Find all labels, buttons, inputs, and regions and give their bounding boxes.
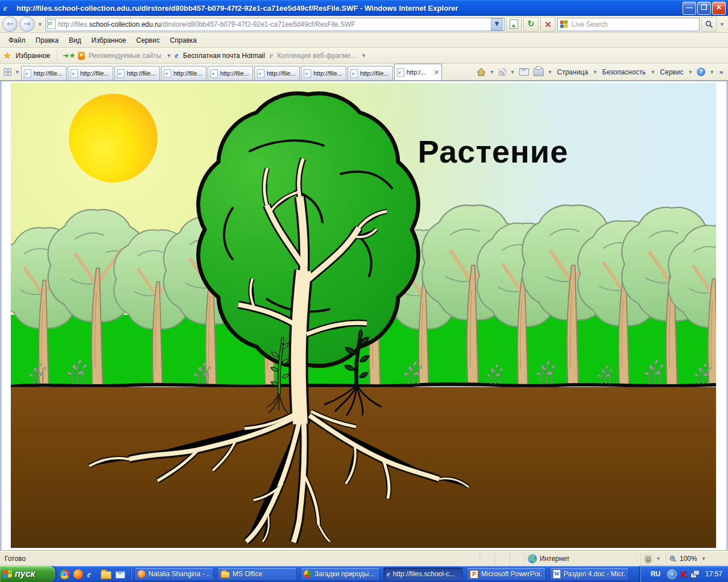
page-icon — [47, 19, 56, 29]
feeds-button[interactable] — [497, 68, 508, 76]
address-dropdown-button[interactable]: ▼ — [491, 18, 503, 31]
status-segment — [479, 553, 494, 564]
hotmail-link[interactable]: Бесплатная почта Hotmail — [181, 52, 267, 60]
taskbar-window-word[interactable]: W Раздел 4.doc - Micr... — [549, 567, 629, 581]
help-dropdown[interactable]: ▼ — [708, 69, 715, 75]
kaspersky-tray-icon[interactable]: K — [680, 570, 687, 579]
menu-view[interactable]: Вид — [64, 34, 86, 47]
feeds-dropdown[interactable]: ▼ — [509, 69, 516, 75]
safety-menu-dropdown[interactable]: ▼ — [649, 69, 656, 75]
refresh-button[interactable]: ↻ — [523, 17, 539, 32]
flash-plant-scene[interactable]: Растение — [11, 83, 716, 548]
tab-1[interactable]: http://file... — [21, 66, 67, 80]
toolbar-overflow-icon[interactable]: » — [717, 69, 726, 76]
back-button[interactable]: ← — [2, 16, 18, 32]
menu-help[interactable]: Справка — [165, 34, 202, 47]
tab-favicon — [164, 69, 171, 78]
tab-8[interactable]: http://file... — [348, 66, 393, 80]
status-bar: Готово Интернет ▼ 100% ▼ — [0, 550, 728, 567]
quick-tabs-button[interactable] — [2, 68, 14, 76]
home-dropdown[interactable]: ▼ — [489, 69, 496, 75]
suggested-sites-icon — [78, 52, 85, 60]
tab-6[interactable]: http://file... — [254, 66, 300, 80]
quick-launch: e — [55, 569, 130, 579]
compatibility-view-button[interactable] — [506, 17, 522, 32]
suggested-sites-dropdown[interactable]: ▼ — [166, 53, 173, 59]
minimize-button[interactable]: — — [682, 2, 696, 15]
taskbar-window-ie-active[interactable]: e http://files.school-c... — [383, 567, 463, 581]
menu-favorites[interactable]: Избранное — [86, 34, 131, 47]
hotmail-favicon: e — [175, 52, 178, 60]
print-button[interactable] — [532, 68, 545, 76]
tab-5[interactable]: http://file... — [208, 66, 253, 80]
taskbar-window-powerpoint[interactable]: P Microsoft PowerPoi... — [466, 567, 546, 581]
tools-menu-dropdown[interactable]: ▼ — [686, 69, 694, 75]
zoom-dropdown[interactable]: ▼ — [700, 556, 708, 562]
menu-tools[interactable]: Сервис — [131, 34, 165, 47]
mail-client-icon[interactable] — [115, 571, 125, 579]
app-icon — [304, 570, 312, 578]
start-button[interactable]: пуск — [0, 566, 55, 582]
tab-active[interactable]: http:/...✕ — [394, 64, 442, 80]
read-mail-button[interactable] — [518, 68, 531, 76]
history-dropdown-icon[interactable]: ▼ — [36, 22, 44, 27]
taskbar-window-zagadki[interactable]: Загадки природы... — [300, 567, 380, 581]
suggested-sites-button[interactable]: Рекомендуемые сайты — [87, 52, 163, 60]
chrome-icon[interactable] — [60, 569, 69, 579]
home-icon — [477, 68, 486, 76]
quick-tabs-icon — [4, 68, 12, 76]
tab-3[interactable]: http://file... — [114, 66, 160, 80]
search-go-button[interactable] — [701, 17, 717, 32]
taskbar-window-natalia[interactable]: Natalia Shangina - ... — [134, 567, 214, 581]
ie-logo-icon: e — [3, 3, 14, 13]
tab-7[interactable]: http://file... — [301, 66, 346, 80]
status-text: Готово — [0, 555, 479, 563]
tab-4[interactable]: http://file... — [161, 66, 206, 80]
printer-icon — [533, 68, 544, 76]
tab-list-dropdown[interactable]: ▼ — [14, 69, 21, 75]
search-dropdown-icon[interactable]: ▼ — [718, 22, 726, 27]
tools-menu-button[interactable]: Сервис — [657, 68, 685, 76]
address-input[interactable]: http://files.school-collection.edu.ru/dl… — [46, 18, 504, 31]
help-button[interactable]: ? — [695, 68, 707, 76]
zoom-control[interactable]: 100% ▼ — [665, 553, 720, 564]
favorites-bar: ★ Избранное ➜★ Рекомендуемые сайты ▼ e Б… — [0, 48, 728, 64]
tab-favicon — [257, 69, 264, 78]
tray-expand-icon[interactable]: ‹ — [667, 569, 677, 579]
compatibility-icon — [510, 19, 518, 29]
restore-button[interactable]: ❐ — [697, 2, 711, 15]
web-slices-link[interactable]: Коллекция веб-фрагме... — [275, 52, 358, 60]
taskbar-window-msoffice[interactable]: MS Office — [217, 567, 297, 581]
home-button[interactable] — [475, 68, 487, 76]
protected-mode-dropdown[interactable]: ▼ — [655, 556, 662, 562]
menu-file[interactable]: Файл — [3, 34, 31, 47]
address-bar: ← → ▼ http://files.school-collection.edu… — [0, 16, 728, 33]
page-menu-dropdown[interactable]: ▼ — [592, 69, 599, 75]
tab-close-icon[interactable]: ✕ — [434, 69, 439, 76]
protected-mode-button[interactable]: ▼ — [640, 553, 665, 564]
tab-2[interactable]: http://file... — [68, 66, 113, 80]
folder-icon[interactable] — [101, 571, 111, 579]
tab-favicon — [350, 69, 358, 78]
tab-favicon — [24, 69, 31, 78]
favorites-button[interactable]: Избранное — [13, 52, 52, 60]
print-dropdown[interactable]: ▼ — [547, 69, 554, 75]
page-menu-button[interactable]: Страница — [555, 68, 590, 76]
forward-button[interactable]: → — [19, 16, 35, 32]
network-tray-icon[interactable] — [690, 570, 700, 578]
menu-edit[interactable]: Правка — [31, 34, 64, 47]
window-title: http://files.school-collection.edu.ru/dl… — [16, 4, 682, 13]
firefox-icon[interactable] — [73, 569, 83, 579]
language-indicator[interactable]: RU — [647, 570, 664, 578]
add-to-favorites-icon[interactable]: ➜★ — [63, 51, 76, 60]
search-box[interactable] — [557, 18, 700, 31]
browser-viewport: Растение — [0, 81, 728, 550]
stop-button[interactable]: × — [540, 17, 556, 32]
internet-explorer-icon[interactable]: e — [87, 569, 97, 579]
close-button[interactable]: ✕ — [712, 2, 726, 15]
stop-icon: × — [544, 20, 552, 29]
web-slices-dropdown[interactable]: ▼ — [360, 53, 367, 59]
folder-icon — [221, 572, 230, 578]
search-input[interactable] — [570, 20, 697, 29]
safety-menu-button[interactable]: Безопасность — [600, 68, 648, 76]
